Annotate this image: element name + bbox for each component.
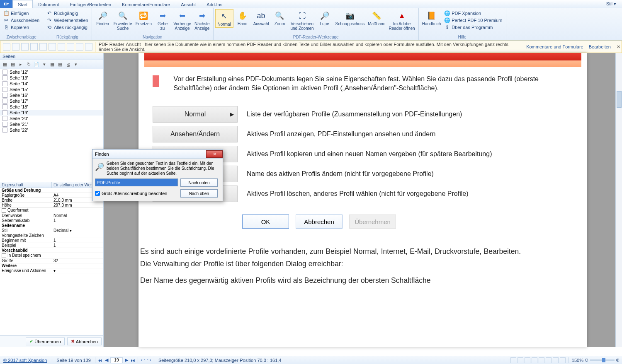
- hand-tool-button[interactable]: ✋Hand: [233, 9, 252, 27]
- premium-link[interactable]: 🌐Perfect PDF 10 Premium: [443, 17, 503, 24]
- prop-row[interactable]: In Datei speichern: [0, 253, 103, 258]
- scrollbar-thumb[interactable]: [617, 91, 622, 108]
- zoom-slider[interactable]: [590, 359, 615, 361]
- search-up-button[interactable]: Nach oben: [180, 189, 218, 198]
- page-item[interactable]: Seite '12': [0, 69, 103, 75]
- loupe-button[interactable]: 🔎Lupe: [316, 9, 334, 27]
- nav-first[interactable]: ⏮: [97, 358, 103, 363]
- hint-link-edit[interactable]: Bearbeiten: [589, 44, 611, 49]
- view-mode-icon[interactable]: [525, 357, 530, 363]
- page-item[interactable]: Seite '20': [0, 116, 103, 121]
- vertical-scrollbar[interactable]: [615, 53, 622, 347]
- search-down-button[interactable]: Nach unten: [180, 178, 218, 187]
- undo-button[interactable]: ↶Rückgängig: [46, 10, 89, 17]
- prop-row[interactable]: DrehwinkelNormal: [0, 213, 103, 218]
- tb-icon[interactable]: ▦: [2, 61, 8, 68]
- redo-button[interactable]: ↷Wiederherstellen: [46, 17, 89, 24]
- prev-view-button[interactable]: ⬅Vorherige Anzeige: [172, 9, 193, 31]
- vm-icon[interactable]: [21, 43, 29, 51]
- style-dropdown[interactable]: Stil ▾: [600, 1, 622, 7]
- nav-last[interactable]: ⏭: [130, 358, 136, 363]
- prop-row[interactable]: Beispiel1: [0, 243, 103, 248]
- cut-button[interactable]: ✂Ausschneiden: [2, 17, 40, 24]
- snapshot-button[interactable]: 📷Schnappschuss: [334, 9, 367, 27]
- zoom-in[interactable]: ⊕: [616, 357, 620, 363]
- tb-icon[interactable]: ▸: [17, 61, 24, 68]
- page-item[interactable]: Seite '14': [0, 81, 103, 87]
- prop-row[interactable]: Breite210.0 mm: [0, 198, 103, 203]
- view-mode-icon[interactable]: [560, 357, 566, 363]
- profile-button[interactable]: Normal▶: [153, 106, 238, 123]
- tb-icon[interactable]: 🖨: [65, 61, 71, 68]
- prop-row[interactable]: Seitenmaßstab1: [0, 218, 103, 223]
- xpansion-link[interactable]: 🌐PDF Xpansion: [443, 10, 503, 17]
- page-list[interactable]: Seite '12'Seite '13'Seite '14'Seite '15'…: [0, 69, 103, 182]
- handbook-button[interactable]: 📙Handbuch: [420, 9, 443, 27]
- page-item[interactable]: Seite '22': [0, 127, 103, 133]
- page-item[interactable]: Seite '16': [0, 92, 103, 98]
- adobe-button[interactable]: ▲Im Adobe Reader öffnen: [387, 9, 416, 31]
- tb-icon[interactable]: 📄: [33, 61, 40, 68]
- undo-all-button[interactable]: ⟲Alles rückgängig: [46, 24, 89, 31]
- tab-addins[interactable]: Add-Ins: [201, 0, 228, 8]
- case-checkbox-label[interactable]: Groß-/Kleinschreibung beachten: [95, 189, 178, 198]
- case-checkbox[interactable]: [95, 191, 100, 196]
- view-mode-icon[interactable]: [546, 357, 552, 363]
- paste-button[interactable]: 📋Einfügen: [2, 10, 40, 17]
- view-mode-icon[interactable]: [518, 357, 523, 363]
- replace-button[interactable]: 🔁Ersetzen: [134, 9, 153, 27]
- prop-row[interactable]: Größe32: [0, 258, 103, 263]
- tb-icon[interactable]: ▤: [10, 61, 16, 68]
- nav-back[interactable]: ↩: [140, 357, 146, 363]
- tb-icon[interactable]: ▤: [57, 61, 63, 68]
- prop-row[interactable]: Ereignisse und Aktionen ▾: [0, 268, 103, 273]
- apply-button[interactable]: ✔Übernehmen: [26, 337, 65, 345]
- copyright-link[interactable]: © 2017 soft Xpansion: [0, 358, 50, 363]
- view-mode-icon[interactable]: [532, 357, 537, 363]
- prop-row[interactable]: Beginnen mit1: [0, 238, 103, 243]
- vm-icon[interactable]: [3, 43, 10, 51]
- tab-dokument[interactable]: Dokument: [33, 0, 64, 8]
- tb-icon[interactable]: ↻: [25, 61, 32, 68]
- view-mode-icon[interactable]: [539, 357, 544, 363]
- copy-button[interactable]: ⎘Kopieren: [2, 24, 40, 31]
- cancel-doc-button[interactable]: Abbrechen: [296, 215, 343, 229]
- apply-doc-button[interactable]: Übernehmen: [349, 215, 396, 229]
- find-input[interactable]: [95, 178, 178, 186]
- tab-ansicht[interactable]: Ansicht: [175, 0, 201, 8]
- panzoom-button[interactable]: ⛶Verschieben und Zoomen: [289, 9, 315, 31]
- hint-close[interactable]: ✕: [615, 44, 622, 50]
- cancel-button[interactable]: ✖Abbrechen: [67, 337, 102, 345]
- vm-icon[interactable]: [85, 43, 92, 51]
- tb-icon[interactable]: ▾: [41, 61, 48, 68]
- prop-row[interactable]: Vorangestellte Zeichen: [0, 233, 103, 238]
- tab-start[interactable]: Start: [12, 0, 33, 8]
- vm-icon[interactable]: [12, 43, 19, 51]
- about-link[interactable]: ℹÜber das Programm: [443, 24, 503, 31]
- app-icon[interactable]: ◧▾: [0, 0, 12, 8]
- zoom-tool-button[interactable]: 🔍Zoom: [270, 9, 289, 27]
- prop-row[interactable]: Querformat: [0, 208, 103, 213]
- tb-icon[interactable]: ▦: [49, 61, 56, 68]
- vm-icon[interactable]: [76, 43, 83, 51]
- measure-button[interactable]: 📏Maßband: [366, 9, 387, 27]
- normal-tool-button[interactable]: ↖Normal: [215, 9, 233, 28]
- page-item[interactable]: Seite '18': [0, 104, 103, 110]
- tb-icon[interactable]: ▾: [73, 61, 79, 68]
- view-mode-icon[interactable]: [553, 357, 559, 363]
- prop-row[interactable]: PapiergrößeA4: [0, 193, 103, 198]
- goto-button[interactable]: ➡Gehe zu: [153, 9, 172, 31]
- tab-einfuegen[interactable]: Einfügen/Bearbeiten: [64, 0, 117, 8]
- page-item[interactable]: Seite '17': [0, 98, 103, 104]
- zoom-out[interactable]: ⊖: [585, 357, 588, 363]
- adv-search-button[interactable]: 🔍Erweiterte Suche: [112, 9, 134, 31]
- tab-kommentare[interactable]: Kommentare/Formulare: [117, 0, 175, 8]
- dialog-close[interactable]: ✕: [206, 150, 223, 158]
- hint-link-forms[interactable]: Kommentare und Formulare: [526, 44, 583, 49]
- nav-prev[interactable]: ◀: [104, 357, 109, 363]
- select-tool-button[interactable]: abAuswahl: [252, 9, 271, 27]
- page-item[interactable]: Seite '13': [0, 75, 103, 81]
- find-button[interactable]: 🔎Finden: [94, 9, 112, 27]
- vm-icon[interactable]: [67, 43, 74, 51]
- vm-icon[interactable]: [30, 43, 38, 51]
